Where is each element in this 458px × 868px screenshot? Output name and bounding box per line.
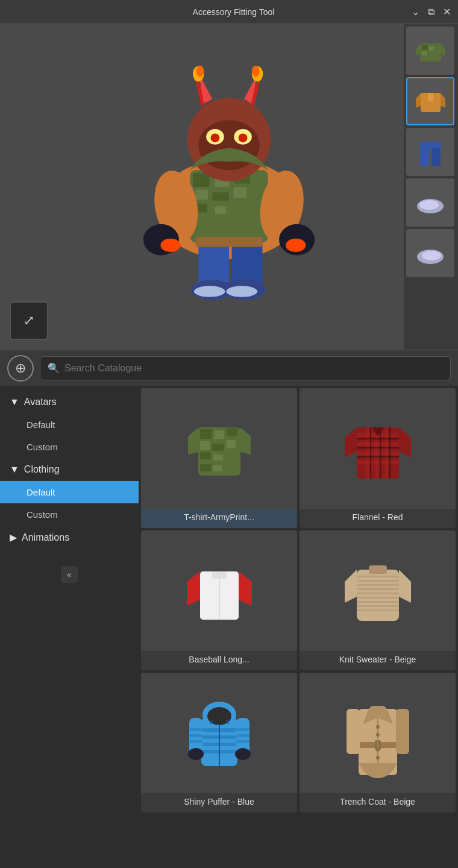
svg-rect-57 <box>227 428 237 436</box>
svg-marker-82 <box>345 427 357 458</box>
svg-rect-79 <box>380 427 381 479</box>
catalogue-item-knit-sweater-beige[interactable]: Knit Sweater - Beige <box>300 530 456 670</box>
catalogue-item-tshirt-armyprint-img <box>141 388 297 509</box>
svg-rect-38 <box>422 45 428 50</box>
search-icon: 🔍 <box>48 362 60 374</box>
svg-point-20 <box>226 286 257 297</box>
search-input-wrap: 🔍 <box>40 356 451 380</box>
sidebar-group-clothing[interactable]: ▼ Clothing <box>0 458 139 481</box>
search-bar: ⊕ 🔍 <box>0 350 458 386</box>
thumbnail-shoe-right-icon <box>411 234 450 273</box>
svg-point-129 <box>376 733 380 737</box>
svg-rect-80 <box>389 427 391 479</box>
knit-sweater-beige-svg <box>336 542 420 639</box>
catalogue-item-knit-sweater-beige-label: Knit Sweater - Beige <box>337 651 419 665</box>
add-icon: ⊕ <box>15 360 26 376</box>
svg-rect-56 <box>215 430 224 439</box>
thumbnail-item-shoe-right[interactable] <box>406 229 454 277</box>
catalogue-item-trench-coat-beige[interactable]: Trench Coat - Beige <box>300 673 456 813</box>
svg-rect-66 <box>213 465 222 471</box>
sidebar-group-animations-label: Animations <box>22 532 69 543</box>
svg-rect-76 <box>357 447 399 448</box>
svg-point-26 <box>239 133 248 142</box>
add-button[interactable]: ⊕ <box>7 355 34 382</box>
thumbnail-item-camo[interactable] <box>406 27 454 75</box>
catalogue-item-baseball-long[interactable]: Baseball Long... <box>141 530 297 670</box>
character-display: ⤢ <box>0 24 458 350</box>
catalogue-item-baseball-long-label: Baseball Long... <box>186 651 251 665</box>
thumbnail-shoe-left-icon <box>411 183 450 222</box>
svg-rect-95 <box>357 597 399 599</box>
close-button[interactable]: ✕ <box>443 6 451 17</box>
character-svg <box>84 42 374 332</box>
svg-rect-62 <box>213 454 223 461</box>
flannel-red-svg <box>336 400 420 497</box>
catalogue-item-trench-coat-beige-img <box>300 673 456 793</box>
svg-marker-44 <box>416 93 421 107</box>
catalogue-item-flannel-red[interactable]: Flannel - Red <box>300 388 456 528</box>
catalogue-item-flannel-red-img <box>300 388 456 509</box>
svg-point-53 <box>422 251 441 260</box>
svg-rect-93 <box>357 588 399 590</box>
catalogue-item-tshirt-armyprint[interactable]: T-shirt-ArmyPrint... <box>141 388 297 528</box>
collapse-sidebar-button[interactable]: « <box>61 566 78 583</box>
svg-rect-40 <box>422 51 427 55</box>
catalogue-item-shiny-puffer-blue[interactable]: Shiny Puffer - Blue <box>141 673 297 813</box>
svg-point-25 <box>211 133 220 142</box>
svg-point-121 <box>188 748 204 760</box>
svg-point-36 <box>286 239 306 252</box>
svg-point-32 <box>196 66 204 77</box>
svg-point-122 <box>235 748 251 760</box>
sidebar-group-animations[interactable]: ▶ Animations <box>0 526 139 549</box>
svg-rect-97 <box>357 605 399 607</box>
sidebar-group-avatars[interactable]: ▼ Avatars <box>0 391 139 414</box>
catalogue-item-shiny-puffer-blue-img <box>141 673 297 793</box>
external-link-button[interactable]: ⤢ <box>10 301 48 340</box>
svg-rect-60 <box>227 440 236 448</box>
svg-marker-63 <box>188 427 198 454</box>
svg-rect-61 <box>200 452 211 459</box>
svg-rect-74 <box>385 427 388 479</box>
thumbnail-item-jacket[interactable] <box>406 77 454 125</box>
avatars-arrow-icon: ▼ <box>10 397 19 407</box>
svg-marker-101 <box>399 570 411 603</box>
trench-coat-beige-svg <box>336 685 420 781</box>
clothing-arrow-icon: ▼ <box>10 464 19 475</box>
sidebar-item-avatars-custom[interactable]: Custom <box>0 436 139 458</box>
shiny-puffer-blue-svg <box>177 685 262 781</box>
svg-rect-117 <box>236 728 249 731</box>
svg-marker-41 <box>416 43 420 55</box>
search-input[interactable] <box>64 363 443 374</box>
svg-rect-99 <box>369 565 387 574</box>
svg-rect-133 <box>396 709 409 754</box>
svg-rect-72 <box>366 427 369 479</box>
sidebar-item-avatars-default[interactable]: Default <box>0 414 139 436</box>
content-area: ▼ Avatars Default Custom ▼ Clothing Defa… <box>0 386 458 868</box>
svg-rect-115 <box>189 740 202 743</box>
svg-rect-16 <box>196 237 263 247</box>
svg-point-19 <box>194 286 225 297</box>
thumbnail-item-pants[interactable] <box>406 128 454 176</box>
svg-rect-48 <box>420 148 429 166</box>
svg-rect-49 <box>431 148 441 166</box>
thumbnail-strip <box>404 24 458 350</box>
catalogue-item-trench-coat-beige-label: Trench Coat - Beige <box>337 793 418 808</box>
window-title: Accessory Fitting Tool <box>55 7 412 17</box>
maximize-button[interactable]: ⧉ <box>428 7 434 17</box>
catalogue-item-knit-sweater-beige-img <box>300 530 456 651</box>
minimize-button[interactable]: ⌄ <box>412 6 419 17</box>
thumbnail-jacket-icon <box>411 82 450 121</box>
sidebar-item-clothing-custom[interactable]: Custom <box>0 503 139 526</box>
svg-rect-7 <box>233 187 246 198</box>
thumbnail-item-shoe-left[interactable] <box>406 178 454 227</box>
sidebar-item-clothing-default[interactable]: Default <box>0 481 139 503</box>
svg-rect-59 <box>212 444 224 451</box>
catalogue-item-tshirt-armyprint-label: T-shirt-ArmyPrint... <box>181 509 257 523</box>
svg-marker-85 <box>187 571 200 606</box>
svg-marker-42 <box>441 43 445 55</box>
svg-rect-9 <box>215 206 226 214</box>
svg-rect-92 <box>357 584 399 586</box>
external-link-icon: ⤢ <box>24 313 34 329</box>
sidebar-nav: ▼ Avatars Default Custom ▼ Clothing Defa… <box>0 386 139 868</box>
svg-rect-5 <box>196 190 208 200</box>
